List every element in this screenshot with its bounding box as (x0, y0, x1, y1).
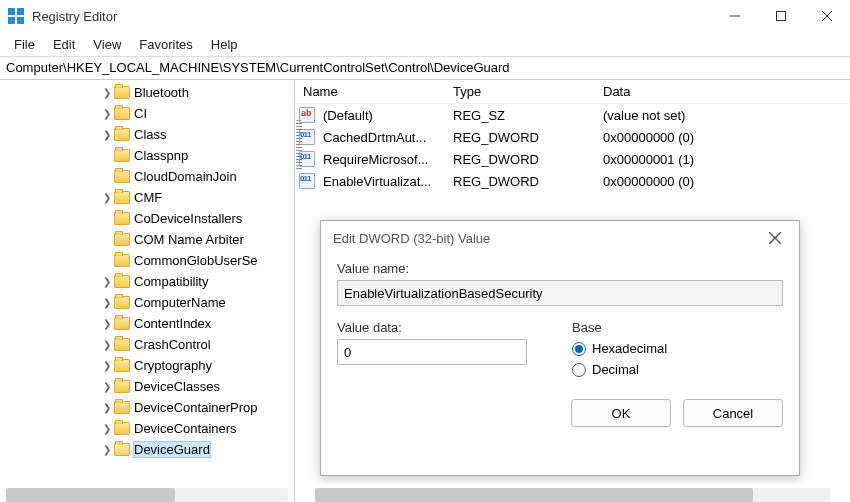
tree-item[interactable]: ❯CMF (0, 187, 294, 208)
svg-rect-1 (17, 8, 24, 15)
tree-item[interactable]: ❯DeviceClasses (0, 376, 294, 397)
expand-toggle-icon[interactable]: ❯ (100, 192, 114, 203)
dialog-titlebar: Edit DWORD (32-bit) Value (321, 221, 799, 255)
tree-item[interactable]: ❯DeviceGuard (0, 439, 294, 460)
close-button[interactable] (804, 0, 850, 32)
tree-item[interactable]: ❯CrashControl (0, 334, 294, 355)
expand-toggle-icon[interactable]: ❯ (100, 129, 114, 140)
value-name: EnableVirtualizat... (315, 174, 445, 189)
tree-item[interactable]: ❯Bluetooth (0, 82, 294, 103)
radio-hex-label: Hexadecimal (592, 341, 667, 356)
folder-icon (114, 401, 130, 414)
tree-item[interactable]: ❯Compatibility (0, 271, 294, 292)
tree-item-label: CommonGlobUserSe (134, 253, 258, 268)
tree-item[interactable]: ❯Class (0, 124, 294, 145)
tree-item[interactable]: Classpnp (0, 145, 294, 166)
expand-toggle-icon[interactable]: ❯ (100, 276, 114, 287)
tree-item[interactable]: CoDeviceInstallers (0, 208, 294, 229)
folder-icon (114, 443, 130, 456)
value-horizontal-scrollbar[interactable] (315, 488, 830, 502)
folder-icon (114, 86, 130, 99)
tree-item[interactable]: CommonGlobUserSe (0, 250, 294, 271)
value-row[interactable]: RequireMicrosof...REG_DWORD0x00000001 (1… (295, 148, 850, 170)
folder-icon (114, 149, 130, 162)
menu-edit[interactable]: Edit (45, 35, 83, 54)
radio-dec-label: Decimal (592, 362, 639, 377)
tree-item-label: DeviceGuard (134, 442, 210, 457)
radio-hexadecimal[interactable]: Hexadecimal (572, 341, 783, 356)
expand-toggle-icon[interactable]: ❯ (100, 423, 114, 434)
value-type: REG_SZ (445, 108, 595, 123)
maximize-button[interactable] (758, 0, 804, 32)
column-data[interactable]: Data (595, 84, 850, 99)
folder-icon (114, 380, 130, 393)
expand-toggle-icon[interactable]: ❯ (100, 360, 114, 371)
value-data: 0x00000001 (1) (595, 152, 850, 167)
cancel-button[interactable]: Cancel (683, 399, 783, 427)
tree-horizontal-scrollbar[interactable] (6, 488, 288, 502)
value-type: REG_DWORD (445, 130, 595, 145)
tree-item-label: CloudDomainJoin (134, 169, 237, 184)
tree-item[interactable]: ❯DeviceContainerProp (0, 397, 294, 418)
tree-item-label: COM Name Arbiter (134, 232, 244, 247)
expand-toggle-icon[interactable]: ❯ (100, 444, 114, 455)
ok-button[interactable]: OK (571, 399, 671, 427)
tree-item-label: Cryptography (134, 358, 212, 373)
value-row[interactable]: EnableVirtualizat...REG_DWORD0x00000000 … (295, 170, 850, 192)
tree-item-label: ComputerName (134, 295, 226, 310)
value-type: REG_DWORD (445, 152, 595, 167)
menu-view[interactable]: View (85, 35, 129, 54)
column-type[interactable]: Type (445, 84, 595, 99)
titlebar: Registry Editor (0, 0, 850, 32)
radio-hex-icon (572, 342, 586, 356)
dialog-close-button[interactable] (763, 226, 787, 250)
expand-toggle-icon[interactable]: ❯ (100, 381, 114, 392)
expand-toggle-icon[interactable]: ❯ (100, 339, 114, 350)
menu-favorites[interactable]: Favorites (131, 35, 200, 54)
tree-item-label: DeviceContainerProp (134, 400, 258, 415)
expand-toggle-icon[interactable]: ❯ (100, 318, 114, 329)
radio-decimal[interactable]: Decimal (572, 362, 783, 377)
folder-icon (114, 359, 130, 372)
folder-icon (114, 338, 130, 351)
tree-item[interactable]: CloudDomainJoin (0, 166, 294, 187)
value-data: (value not set) (595, 108, 850, 123)
value-header: Name Type Data (295, 80, 850, 104)
value-data-label: Value data: (337, 320, 548, 335)
value-name-label: Value name: (337, 261, 783, 276)
folder-icon (114, 296, 130, 309)
expand-toggle-icon[interactable]: ❯ (100, 297, 114, 308)
value-name-input[interactable] (337, 280, 783, 306)
value-name: RequireMicrosof... (315, 152, 445, 167)
value-row[interactable]: CachedDrtmAut...REG_DWORD0x00000000 (0) (295, 126, 850, 148)
tree-item-label: Compatibility (134, 274, 208, 289)
window-title: Registry Editor (32, 9, 712, 24)
value-name: (Default) (315, 108, 445, 123)
expand-toggle-icon[interactable]: ❯ (100, 108, 114, 119)
menu-help[interactable]: Help (203, 35, 246, 54)
svg-rect-2 (8, 17, 15, 24)
folder-icon (114, 233, 130, 246)
tree-pane: ❯Bluetooth❯CI❯ClassClasspnpCloudDomainJo… (0, 80, 295, 502)
splitter-grip[interactable] (296, 120, 302, 170)
tree-item[interactable]: ❯CI (0, 103, 294, 124)
svg-rect-0 (8, 8, 15, 15)
value-data-input[interactable] (337, 339, 527, 365)
menu-file[interactable]: File (6, 35, 43, 54)
edit-dword-dialog: Edit DWORD (32-bit) Value Value name: Va… (320, 220, 800, 476)
expand-toggle-icon[interactable]: ❯ (100, 87, 114, 98)
tree-item[interactable]: ❯Cryptography (0, 355, 294, 376)
menu-bar: File Edit View Favorites Help (0, 32, 850, 56)
address-bar[interactable]: Computer\HKEY_LOCAL_MACHINE\SYSTEM\Curre… (0, 56, 850, 80)
tree-item[interactable]: COM Name Arbiter (0, 229, 294, 250)
tree-item[interactable]: ❯DeviceContainers (0, 418, 294, 439)
minimize-button[interactable] (712, 0, 758, 32)
tree-item-label: CMF (134, 190, 162, 205)
radio-dec-icon (572, 363, 586, 377)
tree-item[interactable]: ❯ContentIndex (0, 313, 294, 334)
column-name[interactable]: Name (295, 84, 445, 99)
tree-item[interactable]: ❯ComputerName (0, 292, 294, 313)
folder-icon (114, 107, 130, 120)
expand-toggle-icon[interactable]: ❯ (100, 402, 114, 413)
value-row[interactable]: (Default)REG_SZ(value not set) (295, 104, 850, 126)
